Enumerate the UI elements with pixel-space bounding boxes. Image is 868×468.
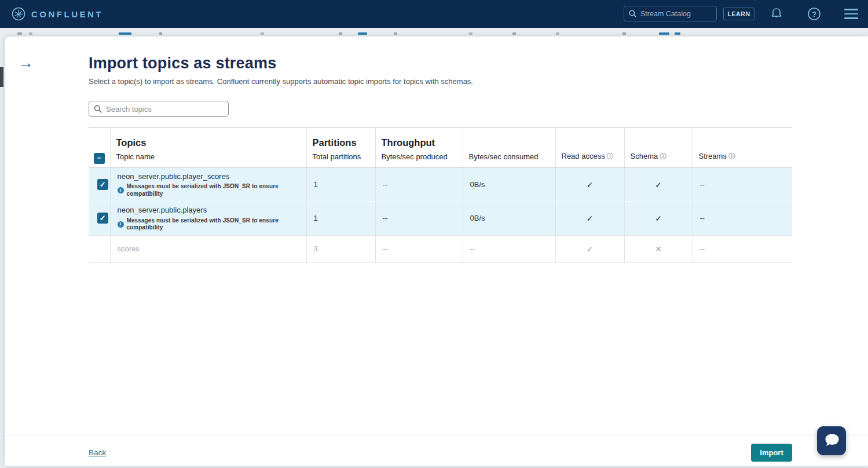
header-checkbox-spacer	[89, 128, 110, 150]
page-subtitle: Select a topic(s) to import as streams. …	[89, 77, 792, 86]
row-checkbox[interactable]: ✓	[97, 179, 108, 190]
import-topics-panel: → Import topics as streams Select a topi…	[5, 36, 868, 466]
breadcrumb	[17, 32, 712, 36]
consumed-value: 0B/s	[463, 168, 555, 202]
schema-cross-icon: ✕	[655, 244, 662, 254]
streams-value: --	[693, 202, 792, 235]
table-row-disabled: scores 3 -- -- ✓ ✕ --	[89, 235, 792, 262]
schema-check-icon: ✓	[655, 180, 662, 189]
produced-value: --	[375, 202, 463, 235]
topic-search-input[interactable]	[106, 105, 216, 114]
col-schema: Schemaⓘ	[624, 150, 693, 168]
info-icon[interactable]: ⓘ	[660, 152, 666, 160]
footer-divider	[5, 436, 868, 436]
back-link[interactable]: Back	[89, 448, 106, 457]
chat-widget-button[interactable]	[817, 426, 846, 455]
partitions-value: 1	[306, 202, 375, 235]
consumed-value: 0B/s	[463, 202, 555, 235]
group-header-throughput: Throughput	[375, 128, 463, 150]
page-title: Import topics as streams	[89, 54, 792, 72]
group-header-partitions: Partitions	[306, 128, 375, 150]
col-topic-name: Topic name	[110, 150, 306, 168]
import-button[interactable]: Import	[751, 444, 792, 462]
topic-name: neon_server.public.players	[118, 206, 306, 215]
partitions-value: 3	[306, 235, 375, 262]
read-access-check-icon: ✓	[587, 180, 594, 189]
produced-value: --	[375, 168, 463, 202]
streams-value: --	[693, 235, 792, 262]
search-icon	[94, 105, 102, 113]
confluent-logo[interactable]: CONFLUENT	[12, 7, 103, 21]
topic-name: scores	[118, 244, 140, 253]
read-access-check-icon: ✓	[587, 244, 594, 254]
info-filled-icon: i	[118, 187, 124, 193]
info-icon[interactable]: ⓘ	[728, 152, 735, 160]
table-row[interactable]: ✓ neon_server.public.player_scores i Mes…	[89, 168, 792, 202]
consumed-value: --	[463, 235, 555, 262]
produced-value: --	[375, 235, 463, 262]
partitions-value: 1	[306, 168, 375, 202]
col-bytes-consumed: Bytes/sec consumed	[463, 150, 555, 168]
svg-text:?: ?	[812, 10, 816, 19]
topics-table: Topics Partitions Throughput − Topic nam…	[89, 127, 792, 263]
serialization-note: i Messages must be serialized with JSON_…	[118, 183, 306, 198]
learn-button[interactable]: LEARN	[723, 8, 755, 20]
collapsed-sidebar-handle[interactable]	[0, 67, 3, 87]
row-checkbox[interactable]: ✓	[97, 213, 108, 224]
col-streams: Streamsⓘ	[693, 150, 792, 168]
stream-catalog-input[interactable]	[640, 10, 704, 18]
stream-catalog-search[interactable]	[624, 6, 717, 21]
topic-name: neon_server.public.player_scores	[118, 172, 306, 181]
col-total-partitions: Total partitions	[306, 150, 375, 168]
confluent-starburst-icon	[12, 7, 25, 21]
select-all-checkbox[interactable]: −	[94, 153, 105, 164]
col-read-access: Read accessⓘ	[555, 150, 624, 168]
search-icon	[629, 10, 636, 17]
serialization-note: i Messages must be serialized with JSON_…	[118, 217, 306, 232]
help-icon[interactable]: ?	[805, 0, 823, 28]
speech-bubble-icon	[823, 433, 840, 449]
table-row[interactable]: ✓ neon_server.public.players i Messages …	[89, 202, 792, 235]
top-navbar: CONFLUENT LEARN ?	[0, 0, 868, 28]
read-access-check-icon: ✓	[587, 214, 594, 223]
topic-search-box[interactable]	[89, 101, 229, 117]
group-header-topics: Topics	[110, 128, 306, 150]
hamburger-menu-icon[interactable]	[843, 0, 860, 28]
forward-arrow-icon[interactable]: →	[19, 55, 34, 70]
notifications-bell-icon[interactable]	[768, 0, 785, 28]
info-filled-icon: i	[118, 221, 124, 228]
col-bytes-produced: Bytes/sec produced	[375, 150, 463, 168]
info-icon[interactable]: ⓘ	[607, 152, 614, 160]
brand-wordmark: CONFLUENT	[31, 9, 103, 19]
schema-check-icon: ✓	[655, 214, 662, 223]
streams-value: --	[693, 168, 792, 202]
